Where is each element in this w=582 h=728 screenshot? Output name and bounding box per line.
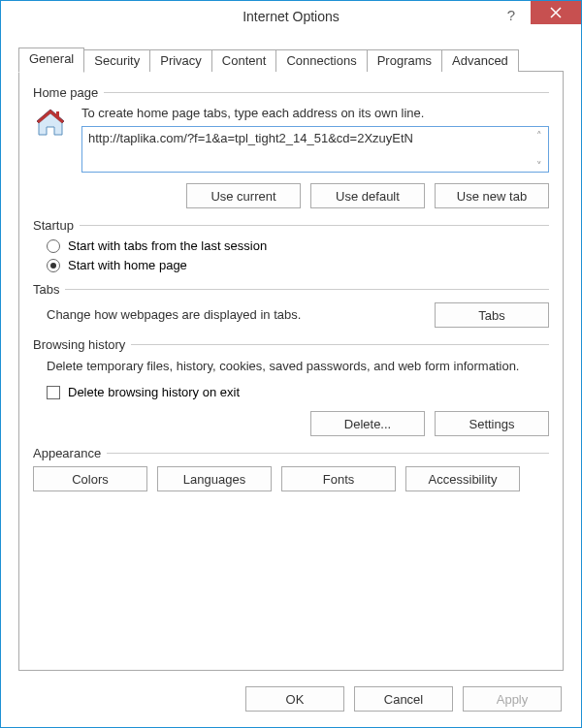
radio-label: Start with tabs from the last session xyxy=(68,238,267,253)
startup-label: Startup xyxy=(33,218,74,233)
tabs-desc: Change how webpages are displayed in tab… xyxy=(47,306,423,324)
checkbox-label: Delete browsing history on exit xyxy=(68,385,240,399)
radio-icon xyxy=(47,239,60,253)
tab-security[interactable]: Security xyxy=(83,49,150,72)
homepage-group: Home page To create home page tabs, type… xyxy=(33,85,549,208)
homepage-input[interactable] xyxy=(81,126,549,173)
general-panel: Home page To create home page tabs, type… xyxy=(18,72,564,671)
svg-rect-2 xyxy=(56,111,59,117)
radio-label: Start with home page xyxy=(68,258,187,272)
appearance-label: Appearance xyxy=(33,446,101,460)
tab-strip: General Security Privacy Content Connect… xyxy=(18,47,564,72)
content-area: General Security Privacy Content Connect… xyxy=(1,32,581,671)
delete-on-exit-checkbox[interactable]: Delete browsing history on exit xyxy=(47,385,549,399)
history-desc: Delete temporary files, history, cookies… xyxy=(47,358,549,375)
scroll-up-icon[interactable]: ˄ xyxy=(532,128,547,143)
languages-button[interactable]: Languages xyxy=(157,466,272,491)
accessibility-button[interactable]: Accessibility xyxy=(405,466,520,491)
tabs-button[interactable]: Tabs xyxy=(435,302,549,328)
ok-button[interactable]: OK xyxy=(245,686,344,712)
startup-radio-last-session[interactable]: Start with tabs from the last session xyxy=(47,238,549,253)
dialog-footer: OK Cancel Apply xyxy=(1,671,581,727)
cancel-button[interactable]: Cancel xyxy=(354,686,453,712)
homepage-label: Home page xyxy=(33,85,98,100)
scroll-down-icon[interactable]: ˅ xyxy=(532,158,547,174)
tab-content[interactable]: Content xyxy=(211,49,277,72)
internet-options-dialog: Internet Options ? General Security Priv… xyxy=(0,0,582,728)
use-default-button[interactable]: Use default xyxy=(310,183,425,208)
delete-button[interactable]: Delete... xyxy=(310,411,425,436)
home-icon xyxy=(33,106,68,175)
radio-icon xyxy=(47,259,60,272)
tab-programs[interactable]: Programs xyxy=(367,49,442,72)
appearance-group: Appearance Colors Languages Fonts Access… xyxy=(33,446,549,491)
tabs-group: Tabs Change how webpages are displayed i… xyxy=(33,282,549,328)
tab-connections[interactable]: Connections xyxy=(275,49,367,72)
tab-general[interactable]: General xyxy=(18,47,84,73)
startup-radio-homepage[interactable]: Start with home page xyxy=(47,258,549,272)
titlebar: Internet Options ? xyxy=(1,1,581,32)
history-group: Browsing history Delete temporary files,… xyxy=(33,337,549,436)
history-label: Browsing history xyxy=(33,337,125,352)
tab-advanced[interactable]: Advanced xyxy=(441,49,519,72)
settings-button[interactable]: Settings xyxy=(435,411,549,436)
startup-group: Startup Start with tabs from the last se… xyxy=(33,218,549,272)
checkbox-icon xyxy=(47,386,60,399)
close-button[interactable] xyxy=(531,1,581,24)
help-button[interactable]: ? xyxy=(488,1,534,28)
use-current-button[interactable]: Use current xyxy=(186,183,301,208)
tabs-label: Tabs xyxy=(33,282,59,297)
apply-button[interactable]: Apply xyxy=(463,686,562,712)
tab-privacy[interactable]: Privacy xyxy=(149,49,212,72)
colors-button[interactable]: Colors xyxy=(33,466,147,491)
homepage-desc: To create home page tabs, type each addr… xyxy=(81,106,549,120)
use-new-tab-button[interactable]: Use new tab xyxy=(435,183,549,208)
fonts-button[interactable]: Fonts xyxy=(281,466,396,491)
